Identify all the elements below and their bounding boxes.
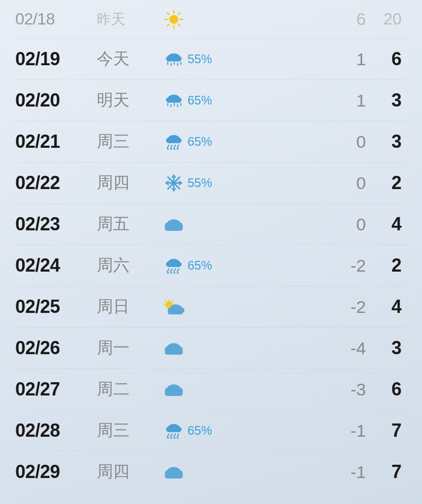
weather-row: 02/23周五 04 — [15, 204, 407, 245]
temp-low: -4 — [320, 338, 366, 358]
day-label: 周二 — [97, 378, 163, 401]
temp-low: -2 — [320, 297, 366, 317]
svg-line-84 — [167, 434, 169, 437]
svg-line-57 — [174, 269, 175, 272]
day-label: 明天 — [97, 89, 163, 112]
svg-rect-51 — [165, 226, 183, 231]
day-label: 周一 — [97, 337, 163, 359]
weather-condition — [163, 10, 320, 29]
svg-rect-23 — [177, 104, 178, 107]
weather-condition — [163, 339, 320, 357]
svg-point-53 — [166, 261, 174, 267]
weather-icon — [163, 132, 184, 151]
svg-line-87 — [177, 434, 178, 437]
svg-point-18 — [166, 97, 174, 103]
weather-icon — [163, 50, 184, 68]
svg-point-35 — [177, 148, 178, 150]
svg-point-91 — [177, 437, 178, 439]
weather-condition — [163, 380, 320, 399]
day-label: 周四 — [97, 461, 163, 483]
svg-rect-15 — [177, 63, 178, 66]
weather-row: 02/21周三 65%03 — [15, 121, 407, 163]
temp-high: 6 — [366, 48, 407, 70]
day-label: 周三 — [97, 419, 163, 442]
svg-line-7 — [179, 13, 180, 14]
weather-row: 02/28周三 65%-17 — [15, 410, 407, 452]
svg-line-28 — [167, 145, 169, 148]
svg-point-33 — [171, 148, 172, 150]
temp-high: 3 — [366, 337, 407, 359]
svg-point-90 — [174, 437, 175, 439]
weather-row: 02/24周六 65%-22 — [15, 245, 407, 286]
svg-point-27 — [174, 138, 182, 143]
temp-low: 0 — [320, 215, 366, 234]
weather-condition — [163, 215, 320, 233]
precipitation-label: 65% — [188, 423, 212, 438]
weather-icon — [163, 256, 184, 275]
weather-icon — [163, 339, 184, 357]
svg-rect-80 — [165, 391, 183, 396]
day-label: 周日 — [97, 296, 163, 318]
weather-row: 02/22周四 55%02 — [15, 163, 407, 204]
svg-rect-16 — [180, 62, 181, 65]
weather-icon — [163, 10, 184, 29]
svg-point-61 — [174, 272, 175, 274]
svg-line-67 — [172, 300, 173, 301]
svg-rect-14 — [174, 62, 175, 65]
svg-rect-76 — [165, 350, 183, 355]
temp-low: -1 — [320, 462, 366, 482]
weather-condition — [163, 298, 320, 316]
temp-high: 2 — [366, 172, 407, 194]
weather-condition: 55% — [163, 174, 320, 192]
weather-icon — [163, 298, 184, 316]
svg-rect-21 — [171, 104, 172, 107]
day-label: 周四 — [97, 172, 163, 194]
day-label: 周三 — [97, 130, 163, 153]
temp-low: 0 — [320, 132, 366, 152]
temp-low: -1 — [320, 421, 366, 441]
precipitation-label: 65% — [188, 135, 212, 149]
weather-icon — [163, 91, 184, 110]
svg-line-56 — [171, 269, 172, 272]
weather-condition — [163, 463, 320, 481]
date-label: 02/25 — [15, 296, 97, 317]
temp-low: -2 — [320, 256, 366, 276]
temp-high: 7 — [366, 420, 407, 441]
weather-condition: 65% — [163, 256, 320, 275]
svg-point-54 — [174, 261, 182, 267]
svg-line-5 — [167, 13, 169, 14]
svg-line-31 — [177, 145, 178, 148]
weather-row: 02/27周二 -36 — [15, 369, 407, 410]
weather-icon — [163, 421, 184, 440]
weather-row: 02/20明天 65%13 — [15, 80, 407, 121]
svg-line-58 — [177, 269, 178, 272]
temp-low: 1 — [320, 91, 366, 111]
svg-rect-12 — [167, 62, 168, 65]
svg-rect-13 — [171, 63, 172, 66]
date-label: 02/18 — [15, 10, 97, 29]
day-label: 周六 — [97, 254, 163, 277]
date-label: 02/22 — [15, 172, 97, 194]
svg-point-59 — [167, 272, 169, 274]
temp-low: 0 — [320, 173, 366, 193]
svg-point-34 — [174, 148, 175, 150]
temp-high: 4 — [366, 214, 407, 235]
svg-line-6 — [179, 24, 180, 25]
weather-condition: 65% — [163, 132, 320, 151]
weather-icon — [163, 215, 184, 233]
svg-line-29 — [171, 145, 172, 148]
weather-row: 02/25周日 -24 — [15, 286, 407, 328]
weather-list: 02/18昨天 62002/19今天 55%1602/20明天 — [0, 0, 422, 492]
date-label: 02/28 — [15, 420, 97, 441]
weather-icon — [163, 174, 184, 192]
date-label: 02/20 — [15, 90, 97, 111]
svg-point-88 — [167, 437, 169, 439]
temp-high: 3 — [366, 90, 407, 111]
svg-point-83 — [174, 427, 182, 432]
day-label: 周五 — [97, 213, 163, 235]
svg-point-89 — [171, 437, 172, 439]
weather-icon — [163, 463, 184, 481]
svg-point-11 — [174, 56, 182, 62]
date-label: 02/24 — [15, 255, 97, 276]
temp-low: -3 — [320, 380, 366, 400]
